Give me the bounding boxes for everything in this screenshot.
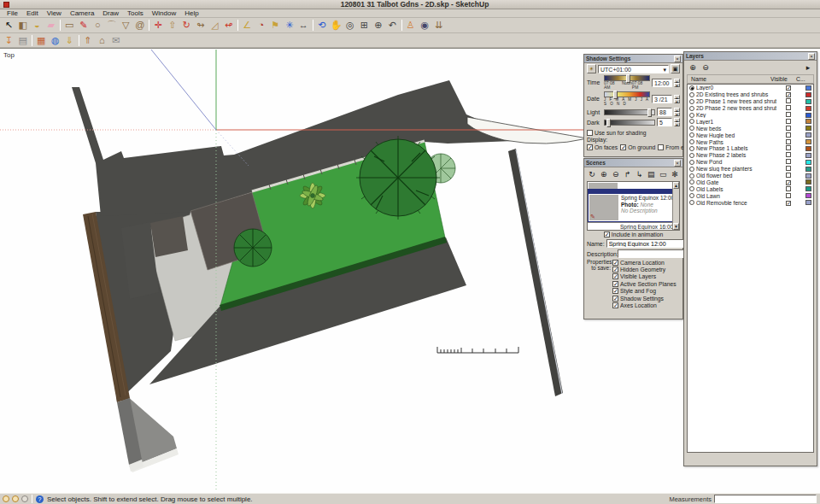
layer-row[interactable]: New Phase 1 Labels [688,145,813,152]
layer-active-radio[interactable] [689,139,694,144]
layer-active-radio[interactable] [689,119,694,124]
move-scene-up-icon[interactable]: ↱ [623,170,633,179]
layer-color-swatch[interactable] [805,113,811,118]
shadow-panel-close-icon[interactable]: × [674,56,681,62]
get-current-view-icon[interactable]: ↧ [2,34,16,47]
menu-help[interactable]: Help [180,9,202,17]
make-component-tool-icon[interactable]: ◧ [16,19,31,32]
on-faces-checkbox[interactable]: ✓ [587,144,593,150]
menu-edit[interactable]: Edit [22,9,43,17]
layer-active-radio[interactable] [689,99,694,104]
use-sun-checkbox[interactable] [587,130,593,136]
layer-visible-checkbox[interactable] [786,166,791,171]
scene-list[interactable]: ✎ Spring Equinox 12:00 Photo: None No De… [587,181,680,231]
offset-tool-icon[interactable]: ↫ [222,19,237,32]
layer-visible-checkbox[interactable] [786,152,791,157]
geo-status-icon[interactable] [3,495,9,502]
column-color[interactable]: C... [796,76,810,82]
layer-active-radio[interactable] [689,193,694,198]
layer-visible-checkbox[interactable] [786,112,791,117]
menu-view[interactable]: View [43,9,66,17]
layer-color-swatch[interactable] [805,106,811,111]
zoom-extents-tool-icon[interactable]: ⊕ [372,19,386,32]
active-section-planes-checkbox[interactable]: ✓ [612,281,618,287]
pan-tool-icon[interactable]: ✋ [329,19,343,32]
light-slider[interactable] [604,109,655,115]
display-shadows-toggle-icon[interactable]: ▣ [671,64,680,73]
hidden-geometry-checkbox[interactable]: ✓ [612,267,618,273]
layer-active-radio[interactable] [689,146,694,151]
layer-row[interactable]: Old Gate✓ [688,179,813,185]
layer-active-radio[interactable] [689,179,694,185]
layer-active-radio[interactable] [689,167,694,172]
column-visible[interactable]: Visible [770,76,796,82]
preview-in-earth-icon[interactable]: ◍ [49,34,63,47]
layer-visible-checkbox[interactable] [786,145,791,150]
scene-name-input[interactable] [606,239,689,248]
layer-visible-checkbox[interactable] [786,159,791,164]
scene-list-scrollbar[interactable]: ▲▼ [672,182,679,230]
layer-visible-checkbox[interactable] [786,186,791,191]
from-edges-checkbox[interactable] [658,144,664,150]
light-spinner[interactable]: ▲▼ [674,108,680,116]
add-scene-icon[interactable]: ⊕ [599,170,609,179]
layer-row[interactable]: Old Lawn [688,192,813,199]
layer-active-radio[interactable] [689,200,694,205]
layer-color-swatch[interactable] [805,119,811,124]
layer-visible-checkbox[interactable] [786,119,791,124]
menu-file[interactable]: File [3,9,22,17]
layer-row[interactable]: 2D Phase 2 new trees and shrubs [688,105,813,112]
layer-color-swatch[interactable] [805,173,811,179]
layer-visible-checkbox[interactable] [786,98,791,103]
layer-active-radio[interactable] [689,106,694,111]
layer-visible-checkbox[interactable] [786,105,791,110]
layer-row[interactable]: New Phase 2 labels [688,152,813,159]
freehand-tool-icon[interactable]: @ [133,19,148,32]
help-icon[interactable]: ? [36,495,44,503]
layer-visible-checkbox[interactable]: ✓ [786,180,791,185]
walk-tool-icon[interactable]: ⇊ [432,19,447,32]
rotate-tool-icon[interactable]: ↻ [179,19,194,32]
layer-color-swatch[interactable] [805,92,811,97]
menu-window[interactable]: Window [148,9,180,17]
time-value-field[interactable]: 12:00 [652,79,672,87]
layer-row[interactable]: Old Removble fence✓ [688,199,813,206]
add-layer-icon[interactable]: ⊕ [688,63,698,72]
push-pull-tool-icon[interactable]: ⇧ [166,19,180,32]
visible-layers-checkbox[interactable]: ✓ [612,273,618,279]
layer-details-icon[interactable]: ▸ [803,63,813,72]
photo-textures-icon[interactable]: ▦ [34,34,49,47]
layer-visible-checkbox[interactable] [786,173,791,178]
layer-row[interactable]: Layer1 [688,118,813,125]
layer-row[interactable]: 2D Phase 1 new trees and shrubs [688,98,813,105]
scroll-up-icon[interactable]: ▲ [673,182,679,189]
scene-item-partial[interactable] [588,182,679,189]
remove-layer-icon[interactable]: ⊖ [700,63,711,72]
show-details-icon[interactable]: ▭ [658,170,668,179]
layer-visible-checkbox[interactable]: ✓ [786,85,791,91]
line-tool-icon[interactable]: ✎ [77,19,91,32]
layer-visible-checkbox[interactable]: ✓ [786,201,791,206]
camera-location-checkbox[interactable]: ✓ [612,260,618,266]
time-spinner[interactable]: ▲▼ [674,79,680,87]
layer-color-swatch[interactable] [805,99,811,104]
timezone-select[interactable]: UTC+01:00▾ [598,65,669,73]
on-ground-checkbox[interactable]: ✓ [620,144,626,150]
layer-color-swatch[interactable] [805,160,811,165]
date-slider[interactable] [604,91,650,97]
scroll-down-icon[interactable]: ▼ [673,223,679,230]
claim-status-icon[interactable] [12,495,19,502]
shadow-panel-titlebar[interactable]: Shadow Settings × [584,55,682,63]
send-model-icon[interactable]: ✉ [109,34,124,47]
layer-row[interactable]: 2D Existing trees and shrubs✓ [688,91,813,98]
layer-active-radio[interactable] [689,153,694,158]
menu-draw[interactable]: Draw [98,9,123,17]
layer-row[interactable]: Key [688,112,813,119]
time-slider[interactable] [604,75,650,81]
toggle-terrain-icon[interactable]: ▤ [16,34,31,47]
layer-active-radio[interactable] [689,126,694,131]
layer-active-radio[interactable] [689,132,694,138]
layer-active-radio[interactable] [689,173,694,179]
move-tool-icon[interactable]: ✛ [151,19,166,32]
orbit-tool-icon[interactable]: ⟲ [315,19,330,32]
